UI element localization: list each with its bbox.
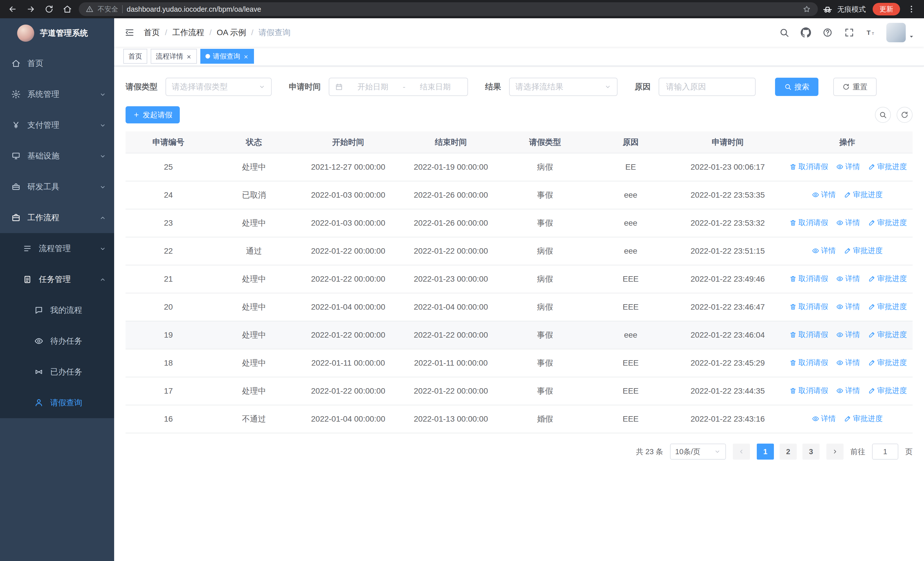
refresh-icon <box>901 111 909 119</box>
tab-leave-query[interactable]: 请假查询 <box>200 49 254 64</box>
action-progress[interactable]: 审批进度 <box>868 274 907 284</box>
sidebar-item-infrastructure[interactable]: 基础设施 <box>0 141 114 171</box>
edit-icon <box>844 415 851 423</box>
result-select[interactable]: 请选择流结果 <box>509 78 618 96</box>
prev-page-button[interactable] <box>733 444 750 460</box>
tab-home[interactable]: 首页 <box>123 49 147 64</box>
action-detail[interactable]: 详情 <box>836 358 860 368</box>
close-icon[interactable] <box>186 53 192 59</box>
breadcrumb-item[interactable]: 首页 <box>144 27 160 38</box>
browser-back-icon[interactable] <box>6 2 20 16</box>
action-cancel[interactable]: 取消请假 <box>789 274 828 284</box>
apply-time-range-picker[interactable]: 开始日期 - 结束日期 <box>329 78 468 96</box>
security-warning-icon[interactable] <box>86 5 94 13</box>
page-size-value: 10条/页 <box>675 447 700 457</box>
action-label: 取消请假 <box>798 218 828 228</box>
font-size-icon[interactable]: TT <box>865 26 877 39</box>
next-page-button[interactable] <box>826 444 843 460</box>
action-detail[interactable]: 详情 <box>836 162 860 171</box>
sidebar-item-my-process[interactable]: 我的流程 <box>0 295 114 326</box>
action-progress[interactable]: 审批进度 <box>868 218 907 228</box>
browser-forward-icon[interactable] <box>24 2 38 16</box>
sidebar-item-payment-management[interactable]: 支付管理 <box>0 110 114 141</box>
sidebar-toggle-icon[interactable] <box>123 26 136 39</box>
close-icon[interactable] <box>243 53 249 59</box>
breadcrumb-separator: / <box>210 28 212 37</box>
cell-end-time: 2022-01-22 00:00:00 <box>399 321 502 349</box>
action-detail[interactable]: 详情 <box>812 246 836 256</box>
tab-process-detail[interactable]: 流程详情 <box>151 49 197 64</box>
cell-actions: 取消请假详情审批进度 <box>782 377 913 405</box>
action-cancel[interactable]: 取消请假 <box>789 162 828 171</box>
sidebar-item-label: 待办任务 <box>50 335 82 346</box>
help-icon[interactable] <box>821 26 834 39</box>
action-cancel[interactable]: 取消请假 <box>789 358 828 368</box>
chevron-up-icon <box>99 276 106 283</box>
page-button-3[interactable]: 3 <box>802 444 819 460</box>
action-detail[interactable]: 详情 <box>836 274 860 284</box>
action-progress[interactable]: 审批进度 <box>844 190 883 200</box>
table-tools <box>875 107 913 123</box>
browser-update-button[interactable]: 更新 <box>873 3 900 15</box>
leave-type-select[interactable]: 请选择请假类型 <box>165 78 272 96</box>
action-progress[interactable]: 审批进度 <box>868 386 907 396</box>
search-button[interactable]: 搜索 <box>775 78 818 96</box>
breadcrumb-item[interactable]: 工作流程 <box>172 27 204 38</box>
eye-icon <box>812 247 819 254</box>
action-progress[interactable]: 审批进度 <box>868 302 907 311</box>
search-icon <box>879 111 887 119</box>
browser-menu-icon[interactable] <box>904 2 918 16</box>
browser-home-icon[interactable] <box>60 2 74 16</box>
sidebar: 芋道管理系统 首页系统管理支付管理基础设施研发工具工作流程流程管理任务管理我的流… <box>0 18 114 561</box>
filter-leave-type: 请假类型 请选择请假类型 <box>126 78 272 96</box>
action-cancel[interactable]: 取消请假 <box>789 218 828 228</box>
sidebar-item-home[interactable]: 首页 <box>0 48 114 79</box>
browser-reload-icon[interactable] <box>42 2 56 16</box>
action-detail[interactable]: 详情 <box>812 414 836 424</box>
page-button-2[interactable]: 2 <box>780 444 797 460</box>
toggle-search-button[interactable] <box>875 107 891 123</box>
sidebar-item-workflow[interactable]: 工作流程 <box>0 202 114 233</box>
sidebar-item-todo-tasks[interactable]: 待办任务 <box>0 326 114 356</box>
tab-label: 请假查询 <box>213 52 240 61</box>
action-label: 审批进度 <box>877 358 907 368</box>
sidebar-item-system-management[interactable]: 系统管理 <box>0 79 114 110</box>
action-cancel[interactable]: 取消请假 <box>789 302 828 311</box>
create-leave-button[interactable]: 发起请假 <box>126 106 180 123</box>
sidebar-item-leave-query[interactable]: 请假查询 <box>0 387 114 418</box>
table-header-cell: 原因 <box>588 131 674 153</box>
reason-input[interactable] <box>658 78 756 96</box>
action-cancel[interactable]: 取消请假 <box>789 386 828 396</box>
action-label: 详情 <box>845 274 860 284</box>
page-size-select[interactable]: 10条/页 <box>670 444 726 460</box>
action-detail[interactable]: 详情 <box>836 386 860 396</box>
bookmark-star-icon[interactable] <box>802 5 811 14</box>
fullscreen-icon[interactable] <box>843 26 855 39</box>
reset-button[interactable]: 重置 <box>833 78 877 96</box>
action-progress[interactable]: 审批进度 <box>868 329 907 340</box>
page-button-1[interactable]: 1 <box>757 444 774 460</box>
address-bar[interactable]: 不安全 dashboard.yudao.iocoder.cn/bpm/oa/le… <box>79 2 818 16</box>
goto-page-input[interactable] <box>872 444 898 460</box>
action-detail[interactable]: 详情 <box>836 218 860 228</box>
sidebar-item-dev-tools[interactable]: 研发工具 <box>0 171 114 202</box>
action-progress[interactable]: 审批进度 <box>868 162 907 171</box>
action-cancel[interactable]: 取消请假 <box>789 329 828 340</box>
breadcrumb-item[interactable]: OA 示例 <box>217 27 246 38</box>
refresh-table-button[interactable] <box>897 107 913 123</box>
action-progress[interactable]: 审批进度 <box>844 246 883 256</box>
sidebar-item-label: 基础设施 <box>27 150 59 161</box>
sidebar-item-done-tasks[interactable]: 已办任务 <box>0 356 114 387</box>
action-progress[interactable]: 审批进度 <box>844 414 883 424</box>
action-progress[interactable]: 审批进度 <box>868 358 907 368</box>
action-detail[interactable]: 详情 <box>812 190 836 200</box>
sidebar-item-process-management[interactable]: 流程管理 <box>0 233 114 264</box>
action-detail[interactable]: 详情 <box>836 302 860 311</box>
sidebar-item-task-management[interactable]: 任务管理 <box>0 264 114 295</box>
user-avatar[interactable] <box>886 23 915 42</box>
action-detail[interactable]: 详情 <box>836 329 860 340</box>
app-logo-row[interactable]: 芋道管理系统 <box>0 18 114 48</box>
action-label: 取消请假 <box>798 329 828 340</box>
header-search-icon[interactable] <box>778 26 790 39</box>
github-icon[interactable] <box>800 26 812 39</box>
